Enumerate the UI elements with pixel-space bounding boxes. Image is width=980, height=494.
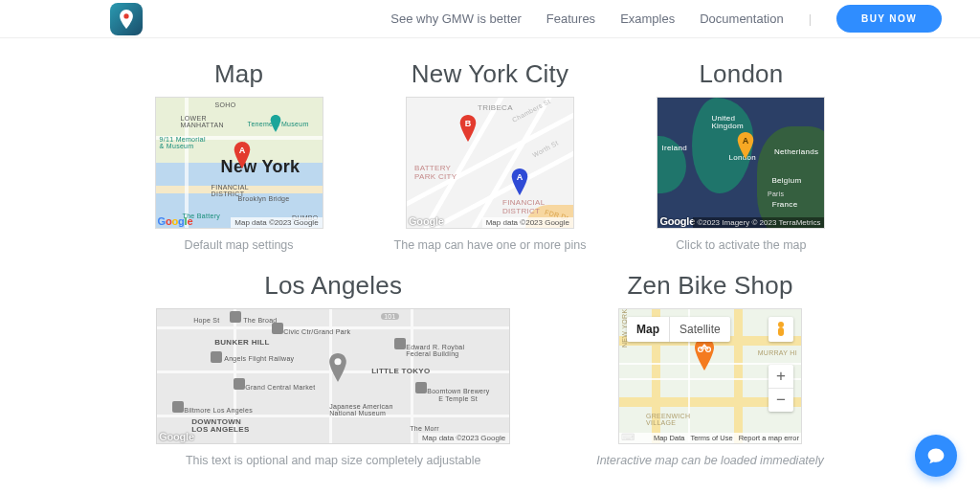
card-title: Los Angeles: [264, 271, 402, 301]
svg-text:A: A: [743, 136, 749, 146]
buy-now-button[interactable]: BUY NOW: [836, 5, 942, 33]
zoom-out-button[interactable]: −: [768, 388, 793, 412]
map-pin-icon: [327, 353, 348, 382]
svg-text:A: A: [238, 146, 245, 155]
map-pin-b-icon: B: [458, 115, 478, 142]
chat-widget-button[interactable]: [915, 435, 957, 477]
card-title: Zen Bike Shop: [627, 271, 792, 301]
poi-icon: [269, 115, 282, 132]
card-caption: Default map settings: [185, 238, 294, 252]
map-attribution: Map data ©2023 Google: [418, 433, 509, 443]
map-pin-a-icon: A: [233, 142, 252, 168]
svg-point-15: [778, 322, 784, 327]
terms-link[interactable]: Terms of Use: [690, 434, 732, 442]
primary-nav: See why GMW is better Features Examples …: [390, 5, 942, 33]
svg-rect-9: [172, 401, 184, 413]
svg-text:A: A: [517, 172, 523, 182]
example-card-nyc: New York City TRIBECA Chambers St Worth …: [394, 59, 587, 252]
example-card-la: Los Angeles BUNKER HILL DOWNTOWNLOS ANGE…: [156, 271, 510, 467]
bike-shop-pin-icon: [692, 338, 717, 370]
svg-rect-6: [272, 323, 283, 334]
chat-icon: [926, 446, 946, 465]
map-thumbnail[interactable]: SOHO LOWERMANHATTAN Tenement Museum 9/11…: [155, 97, 323, 229]
brand-logo[interactable]: [110, 3, 143, 35]
map-pin-a-icon: A: [736, 132, 755, 159]
card-caption: The map can have one or more pins: [394, 238, 587, 252]
map-thumbnail[interactable]: UnitedKingdom Ireland Netherlands Belgiu…: [657, 97, 825, 229]
card-title: London: [699, 59, 783, 89]
svg-rect-11: [415, 382, 427, 393]
card-caption: This text is optional and map size compl…: [186, 454, 481, 467]
card-caption: Interactive map can be loaded immediatel…: [596, 454, 824, 467]
google-logo: Google: [659, 215, 695, 227]
map-pin-a-icon: A: [510, 168, 529, 195]
svg-point-12: [335, 358, 342, 365]
nav-separator: |: [809, 11, 812, 26]
example-card-london: London UnitedKingdom Ireland Netherlands…: [657, 59, 825, 252]
map-attribution: Map data ©2023 Google: [231, 217, 322, 228]
example-card-zen: Zen Bike Shop MURRAY HI GREENWICHVILLAGE…: [596, 271, 824, 467]
main-header: See why GMW is better Features Examples …: [0, 0, 980, 38]
examples-section: Map SOHO LOWERMANHATTAN Tenement Museum …: [0, 38, 980, 494]
svg-text:B: B: [465, 119, 472, 128]
svg-rect-7: [211, 351, 222, 363]
map-attribution: ©2023 Imagery © 2023 TerraMetrics: [693, 217, 824, 228]
nav-item-examples[interactable]: Examples: [620, 11, 675, 26]
google-logo: Google: [159, 431, 194, 442]
examples-row-1: Map SOHO LOWERMANHATTAN Tenement Museum …: [57, 59, 923, 252]
pegman-icon: [774, 321, 788, 338]
svg-rect-10: [394, 338, 406, 349]
examples-row-2: Los Angeles BUNKER HILL DOWNTOWNLOS ANGE…: [57, 271, 923, 467]
report-error-link[interactable]: Report a map error: [739, 434, 799, 442]
interactive-map[interactable]: MURRAY HI GREENWICHVILLAGE NEW YORK Map …: [618, 308, 802, 444]
map-pin-icon: [119, 10, 134, 29]
map-type-satellite[interactable]: Satellite: [669, 317, 730, 342]
card-title: New York City: [412, 59, 568, 89]
map-thumbnail[interactable]: TRIBECA Chambers St Worth St BATTERYPARK…: [406, 97, 574, 229]
zoom-control: + −: [768, 365, 793, 412]
map-data-link[interactable]: Map Data: [654, 434, 685, 442]
svg-rect-8: [234, 378, 245, 390]
map-attribution: Map data ©2023 Google: [482, 217, 573, 228]
svg-rect-5: [230, 311, 241, 323]
svg-rect-16: [778, 327, 784, 336]
card-title: Map: [214, 59, 263, 89]
card-caption: Click to activate the map: [676, 238, 806, 252]
google-logo: Google: [158, 215, 193, 227]
svg-point-0: [123, 13, 128, 18]
map-thumbnail[interactable]: BUNKER HILL DOWNTOWNLOS ANGELES LITTLE T…: [156, 308, 510, 444]
map-footer-links: Map Data Terms of Use Report a map error: [619, 433, 801, 443]
example-card-map: Map SOHO LOWERMANHATTAN Tenement Museum …: [155, 59, 323, 252]
map-type-map[interactable]: Map: [627, 317, 669, 342]
google-logo: Google: [409, 215, 444, 227]
streetview-pegman[interactable]: [768, 317, 793, 342]
nav-item-why[interactable]: See why GMW is better: [390, 11, 522, 26]
zoom-in-button[interactable]: +: [768, 365, 793, 388]
nav-item-features[interactable]: Features: [546, 11, 595, 26]
nav-item-documentation[interactable]: Documentation: [700, 11, 783, 26]
map-type-control: Map Satellite: [627, 317, 730, 342]
